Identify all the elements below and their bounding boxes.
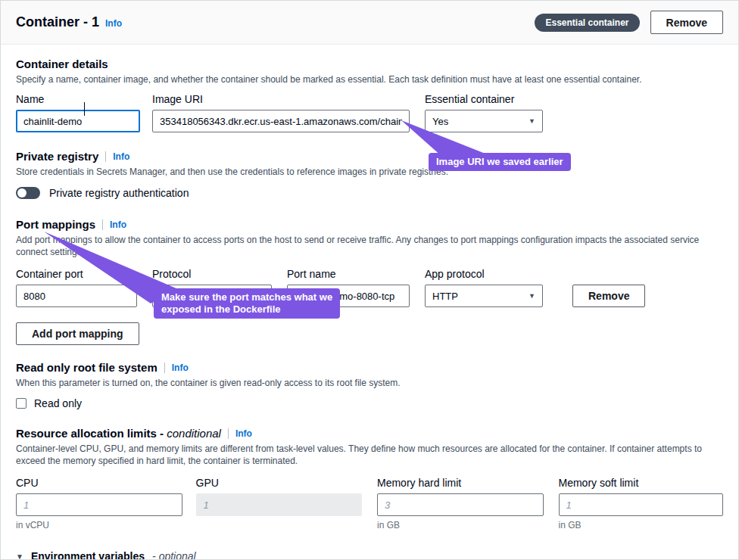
section-title: Private registry xyxy=(16,150,98,163)
environment-variables-expander[interactable]: ▼ Environment variables - optional xyxy=(16,550,723,560)
read-only-check-row: Read only xyxy=(16,397,723,409)
memory-hard-input[interactable] xyxy=(377,493,544,516)
text-cursor xyxy=(84,102,85,116)
private-registry-toggle-label: Private registry authentication xyxy=(49,187,189,199)
page-title: Container - 1 xyxy=(16,14,99,30)
remove-port-mapping-button[interactable]: Remove xyxy=(572,285,645,307)
port-mapping-row: Container port Protocol TCP ▼ Port name … xyxy=(16,268,723,307)
essential-container-label: Essential container xyxy=(425,93,543,105)
chevron-down-icon: ▼ xyxy=(529,117,535,125)
heading-divider xyxy=(105,151,106,162)
toggle-knob xyxy=(17,188,27,198)
name-input[interactable] xyxy=(16,110,140,132)
essential-container-select[interactable]: Yes ▼ xyxy=(425,110,543,132)
heading-divider xyxy=(102,219,103,230)
container-details-heading: Container details xyxy=(16,58,723,70)
add-port-mapping-button[interactable]: Add port mapping xyxy=(16,322,139,345)
resource-limits-heading: Resource allocation limits - conditional… xyxy=(16,427,723,440)
port-name-label: Port name xyxy=(287,268,410,280)
annotation-text: Image URI we saved earlier xyxy=(436,156,563,167)
read-only-checkbox-label: Read only xyxy=(34,397,82,409)
container-details-description: Specify a name, container image, and whe… xyxy=(16,73,723,86)
expander-title: Environment variables xyxy=(31,550,145,560)
chevron-down-icon: ▼ xyxy=(529,292,535,300)
read-only-info-link[interactable]: Info xyxy=(172,362,189,373)
private-registry-info-link[interactable]: Info xyxy=(113,151,129,162)
essential-field-group: Essential container Yes ▼ xyxy=(425,93,543,132)
essential-container-badge: Essential container xyxy=(535,14,639,32)
image-uri-field-group: Image URI xyxy=(152,93,410,132)
essential-container-value: Yes xyxy=(432,116,448,127)
section-title: Container details xyxy=(16,58,108,70)
annotation-text-line2: exposed in the Dockerfile xyxy=(161,303,332,316)
remove-container-button[interactable]: Remove xyxy=(650,11,723,34)
memory-soft-field-group: Memory soft limit in GB xyxy=(559,477,724,530)
gpu-input xyxy=(196,493,363,516)
gpu-label: GPU xyxy=(196,477,363,489)
read-only-heading: Read only root file system Info xyxy=(16,361,723,374)
cpu-helper-text: in vCPU xyxy=(16,520,182,530)
port-mappings-heading: Port mappings Info xyxy=(16,218,723,231)
read-only-checkbox[interactable] xyxy=(16,398,27,409)
section-title: Resource allocation limits - conditional xyxy=(16,427,221,440)
image-uri-input[interactable] xyxy=(152,110,410,132)
app-protocol-select[interactable]: HTTP ▼ xyxy=(425,285,543,307)
protocol-label: Protocol xyxy=(152,268,272,280)
section-title: Port mappings xyxy=(16,218,95,231)
memory-soft-label: Memory soft limit xyxy=(559,477,724,489)
read-only-description: When this parameter is turned on, the co… xyxy=(16,377,723,389)
private-registry-toggle-row: Private registry authentication xyxy=(16,187,723,199)
title-wrap: Container - 1 Info xyxy=(16,14,122,30)
cpu-input[interactable] xyxy=(16,493,182,516)
section-title: Read only root file system xyxy=(16,361,157,374)
expander-optional-suffix: - optional xyxy=(152,550,196,560)
header-actions: Essential container Remove xyxy=(535,11,723,34)
private-registry-description: Store credentials in Secrets Manager, an… xyxy=(16,166,723,178)
port-mappings-info-link[interactable]: Info xyxy=(110,219,126,230)
heading-divider xyxy=(164,362,165,373)
memory-hard-label: Memory hard limit xyxy=(377,477,544,489)
memory-soft-input[interactable] xyxy=(559,493,724,516)
name-field-group: Name xyxy=(16,93,140,132)
image-uri-label: Image URI xyxy=(152,93,410,105)
container-header: Container - 1 Info Essential container R… xyxy=(1,1,738,45)
container-form-page: { "header": { "title": "Container - 1", … xyxy=(0,0,739,560)
cpu-label: CPU xyxy=(16,477,182,489)
resource-limits-row: CPU in vCPU GPU Memory hard limit in GB … xyxy=(16,477,723,530)
port-annotation: Make sure the port matches what we expos… xyxy=(154,288,340,319)
cpu-field-group: CPU in vCPU xyxy=(16,477,182,530)
container-port-input[interactable] xyxy=(16,285,137,307)
memory-hard-field-group: Memory hard limit in GB xyxy=(377,477,544,530)
image-uri-annotation: Image URI we saved earlier xyxy=(429,153,571,171)
memory-hard-helper-text: in GB xyxy=(377,520,544,530)
memory-soft-helper-text: in GB xyxy=(559,520,724,530)
remove-port-wrap: Remove xyxy=(572,285,645,307)
name-label: Name xyxy=(16,93,140,105)
form-content: Container details Specify a name, contai… xyxy=(1,58,738,560)
app-protocol-value: HTTP xyxy=(432,291,458,302)
gpu-field-group: GPU xyxy=(196,477,363,530)
conditional-suffix: conditional xyxy=(167,427,221,440)
annotation-text-line1: Make sure the port matches what we xyxy=(161,291,332,303)
app-protocol-label: App protocol xyxy=(425,268,543,280)
expander-triangle-icon: ▼ xyxy=(16,552,23,560)
container-port-field-group: Container port xyxy=(16,268,137,307)
resource-limits-description: Container-level CPU, GPU, and memory lim… xyxy=(16,443,723,467)
container-port-label: Container port xyxy=(16,268,137,280)
app-protocol-field-group: App protocol HTTP ▼ xyxy=(425,268,543,307)
port-mappings-description: Add port mappings to allow the container… xyxy=(16,234,723,258)
container-info-link[interactable]: Info xyxy=(105,18,122,29)
heading-divider xyxy=(228,428,229,439)
private-registry-toggle[interactable] xyxy=(16,187,40,199)
private-registry-heading: Private registry Info xyxy=(16,150,723,163)
resource-limits-info-link[interactable]: Info xyxy=(235,428,252,439)
container-details-fields: Name Image URI Essential container Yes ▼ xyxy=(16,93,723,132)
